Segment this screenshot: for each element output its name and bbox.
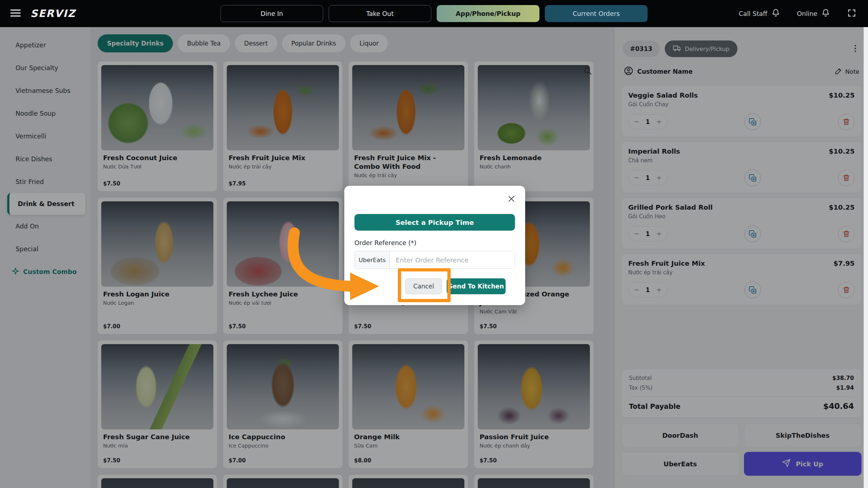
call-staff-label: Call Staff <box>739 10 767 17</box>
call-staff-button[interactable]: Call Staff <box>739 8 780 19</box>
bell-icon <box>771 8 780 19</box>
close-icon[interactable] <box>507 194 516 204</box>
online-status-button[interactable]: Online <box>797 8 830 19</box>
pos-app: SERVIZ Dine InTake OutApp/Phone/PickupCu… <box>0 0 868 488</box>
top-bar: SERVIZ Dine InTake OutApp/Phone/PickupCu… <box>0 0 868 27</box>
tab-app-phone-pickup[interactable]: App/Phone/Pickup <box>437 5 540 22</box>
header-tabs: Dine InTake OutApp/Phone/PickupCurrent O… <box>221 5 648 22</box>
bell-icon <box>821 8 830 19</box>
order-reference-input[interactable] <box>390 251 515 269</box>
tab-take-out[interactable]: Take Out <box>329 5 431 22</box>
modal-footer: Cancel Send To Kitchen <box>354 278 515 294</box>
fullscreen-icon[interactable] <box>847 8 856 19</box>
send-to-kitchen-button[interactable]: Send To Kitchen <box>447 278 506 294</box>
tab-current-orders[interactable]: Current Orders <box>545 5 648 22</box>
order-reference-modal: Select a Pickup Time Order Reference (*)… <box>344 186 525 305</box>
hamburger-menu-icon[interactable] <box>9 8 22 20</box>
header-right-cluster: Call Staff Online <box>739 0 856 27</box>
order-reference-prefix: UberEats <box>355 251 390 269</box>
app-logo: SERVIZ <box>30 8 76 20</box>
select-pickup-time-button[interactable]: Select a Pickup Time <box>354 214 515 231</box>
scrollbar[interactable] <box>864 27 868 488</box>
order-reference-label: Order Reference (*) <box>354 239 515 247</box>
order-reference-group: UberEats <box>354 251 515 269</box>
cancel-button[interactable]: Cancel <box>405 278 442 294</box>
tab-dine-in[interactable]: Dine In <box>221 5 323 22</box>
online-label: Online <box>797 10 817 17</box>
